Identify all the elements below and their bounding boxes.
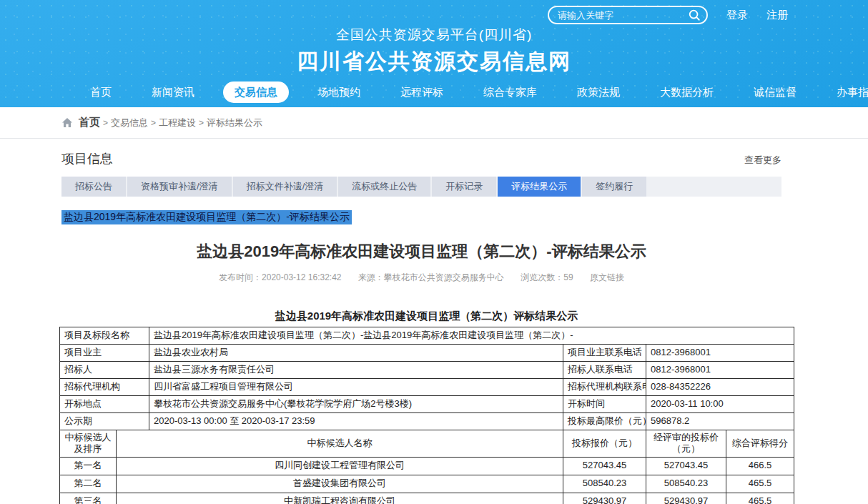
article-title: 盐边县2019年高标准农田建设项目监理（第二次）-评标结果公示 [61, 241, 781, 262]
candidate-row-2: 第二名 首盛建设集团有限公司 508540.23 508540.23 465.5 [60, 475, 794, 493]
article-source: 来源：攀枝花市公共资源交易服务中心 [358, 272, 504, 282]
home-icon [61, 117, 73, 129]
view-count: 浏览次数：59 [521, 272, 573, 282]
owner-phone-value: 0812-3968001 [646, 345, 794, 362]
publicity-period-label: 公示期 [60, 413, 149, 430]
candidate-rank: 第一名 [60, 457, 117, 475]
candidate-evaluated: 527043.45 [646, 457, 726, 475]
view-more-link[interactable]: 查看更多 [744, 154, 781, 167]
owner-phone-label: 项目业主联系电话 [563, 345, 646, 362]
owner-value: 盐边县农业农村局 [149, 345, 563, 362]
breadcrumb-separator: > [151, 118, 156, 128]
publicity-period-value: 2020-03-13 00:00 至 2020-03-17 23:59 [149, 413, 563, 430]
score-header: 综合评标得分 [726, 430, 794, 458]
tab-tender-doc-addendum[interactable]: 招标文件补遗/澄清 [233, 177, 337, 197]
original-link[interactable]: 原文链接 [590, 272, 624, 282]
notice-tabs: 招标公告 资格预审补遗/澄清 招标文件补遗/澄清 流标或终止公告 开标记录 评标… [61, 177, 781, 197]
nav-item-integrity[interactable]: 诚信监督 [742, 81, 808, 103]
bid-header: 投标报价（元） [563, 430, 646, 458]
candidate-name: 四川同创建设工程管理有限公司 [117, 457, 563, 475]
owner-label: 项目业主 [60, 345, 149, 362]
nav-item-news[interactable]: 新闻资讯 [140, 81, 206, 103]
breadcrumb-home[interactable]: 首页 [79, 116, 100, 129]
agency-phone-value: 028-84352226 [646, 379, 794, 396]
breadcrumb: 首页 > 交易信息 > 工程建设 > 评标结果公示 [0, 107, 868, 139]
opening-time-label: 开标时间 [563, 396, 646, 413]
opening-time-value: 2020-03-11 10:00 [646, 396, 794, 413]
nav-item-policies[interactable]: 政策法规 [566, 81, 631, 103]
evaluated-header: 经评审的投标价（元） [646, 430, 726, 458]
tenderer-phone-label: 招标人联系电话 [563, 362, 646, 379]
candidate-score: 465.5 [726, 475, 794, 493]
name-header: 中标候选人名称 [117, 430, 563, 458]
nav-item-expert-pool[interactable]: 综合专家库 [472, 81, 548, 103]
candidate-bid: 508540.23 [563, 475, 646, 493]
candidate-rank: 第三名 [60, 493, 117, 504]
breadcrumb-trade-info[interactable]: 交易信息 [111, 117, 148, 129]
site-header: 登录 注册 全国公共资源交易平台(四川省) 四川省公共资源交易信息网 首页 新闻… [0, 0, 868, 107]
agency-label: 招标代理机构 [60, 379, 149, 396]
tenderer-phone-value: 0812-3968001 [646, 362, 794, 379]
tab-failed-or-terminated[interactable]: 流标或终止公告 [338, 177, 430, 197]
project-value: 盐边县2019年高标准农田建设项目监理（第二次）-盐边县2019年高标准农田建设… [149, 327, 794, 345]
site-titles: 全国公共资源交易平台(四川省) 四川省公共资源交易信息网 [0, 0, 868, 76]
rank-header: 中标候选人及排序 [60, 430, 117, 458]
candidate-bid: 529430.97 [563, 493, 646, 504]
tab-evaluation-result[interactable]: 评标结果公示 [498, 177, 581, 197]
opening-place-value: 攀枝花市公共资源交易服务中心(攀枝花学院学府广场2号楼3楼) [149, 396, 563, 413]
agency-phone-label: 招标代理机构联系电话 [563, 379, 646, 396]
candidate-evaluated: 529430.97 [646, 493, 726, 504]
main-content: 项目信息 查看更多 招标公告 资格预审补遗/澄清 招标文件补遗/澄清 流标或终止… [0, 150, 868, 504]
evaluation-result-table: 项目及标段名称 盐边县2019年高标准农田建设项目监理（第二次）-盐边县2019… [59, 327, 794, 504]
candidate-score: 466.5 [726, 457, 794, 475]
nav-item-home[interactable]: 首页 [79, 81, 123, 103]
max-price-label: 投标最高限价（元） [563, 413, 646, 430]
max-price-value: 596878.2 [646, 413, 794, 430]
table-row-owner: 项目业主 盐边县农业农村局 项目业主联系电话 0812-3968001 [60, 345, 794, 362]
site-subtitle: 全国公共资源交易平台(四川省) [0, 26, 868, 44]
nav-item-guide[interactable]: 办事指南 [825, 81, 868, 103]
nav-item-trade-info[interactable]: 交易信息 [223, 81, 289, 103]
nav-item-remote-evaluation[interactable]: 远程评标 [389, 81, 455, 103]
breadcrumb-construction[interactable]: 工程建设 [159, 117, 196, 129]
nav-item-big-data[interactable]: 大数据分析 [648, 81, 725, 103]
tab-bid-opening-record[interactable]: 开标记录 [432, 177, 496, 197]
result-table-title: 盐边县2019年高标准农田建设项目监理（第二次）评标结果公示 [59, 310, 794, 323]
notice-list-item-link[interactable]: 盐边县2019年高标准农田建设项目监理（第二次）-评标结果公示 [61, 210, 352, 224]
project-label: 项目及标段名称 [60, 327, 149, 345]
breadcrumb-eval-result[interactable]: 评标结果公示 [207, 117, 262, 129]
candidate-rank: 第二名 [60, 475, 117, 493]
candidate-bid: 527043.45 [563, 457, 646, 475]
table-row-project: 项目及标段名称 盐边县2019年高标准农田建设项目监理（第二次）-盐边县2019… [60, 327, 794, 345]
table-row-tenderer: 招标人 盐边县三源水务有限责任公司 招标人联系电话 0812-3968001 [60, 362, 794, 379]
site-title: 四川省公共资源交易信息网 [0, 47, 868, 76]
section-title: 项目信息 [61, 150, 113, 167]
candidate-name: 中新凯瑞工程咨询有限公司 [117, 493, 563, 504]
table-row-publicity: 公示期 2020-03-13 00:00 至 2020-03-17 23:59 … [60, 413, 794, 430]
main-nav: 首页 新闻资讯 交易信息 场地预约 远程评标 综合专家库 政策法规 大数据分析 … [0, 81, 868, 103]
opening-place-label: 开标地点 [60, 396, 149, 413]
breadcrumb-separator: > [199, 118, 204, 128]
breadcrumb-separator: > [103, 118, 108, 128]
tenderer-value: 盐边县三源水务有限责任公司 [149, 362, 563, 379]
publish-time: 发布时间：2020-03-12 16:32:42 [219, 272, 341, 282]
table-row-opening: 开标地点 攀枝花市公共资源交易服务中心(攀枝花学院学府广场2号楼3楼) 开标时间… [60, 396, 794, 413]
tab-contract-performance[interactable]: 签约履行 [582, 177, 646, 197]
candidate-name: 首盛建设集团有限公司 [117, 475, 563, 493]
candidate-row-1: 第一名 四川同创建设工程管理有限公司 527043.45 527043.45 4… [60, 457, 794, 475]
nav-item-venue-booking[interactable]: 场地预约 [306, 81, 372, 103]
table-row-agency: 招标代理机构 四川省富盛工程项目管理有限公司 招标代理机构联系电话 028-84… [60, 379, 794, 396]
tab-tender-announcement[interactable]: 招标公告 [61, 177, 126, 197]
article-meta: 发布时间：2020-03-12 16:32:42 来源：攀枝花市公共资源交易服务… [61, 272, 781, 284]
candidate-header-row: 中标候选人及排序 中标候选人名称 投标报价（元） 经评审的投标价（元） 综合评标… [60, 430, 794, 458]
candidate-score: 465.5 [726, 493, 794, 504]
agency-value: 四川省富盛工程项目管理有限公司 [149, 379, 563, 396]
tenderer-label: 招标人 [60, 362, 149, 379]
section-head: 项目信息 查看更多 [61, 150, 781, 167]
candidate-evaluated: 508540.23 [646, 475, 726, 493]
candidate-row-3: 第三名 中新凯瑞工程咨询有限公司 529430.97 529430.97 465… [60, 493, 794, 504]
tab-prequalification-addendum[interactable]: 资格预审补遗/澄清 [127, 177, 232, 197]
